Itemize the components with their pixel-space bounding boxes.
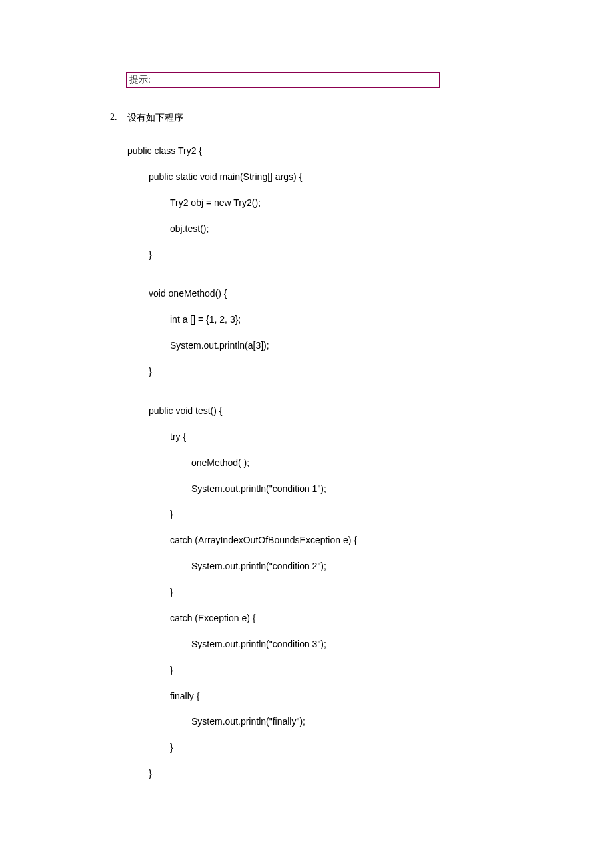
code-line: Try2 obj = new Try2(); [127, 196, 553, 211]
code-line: oneMethod( ); [127, 456, 553, 471]
code-line: System.out.println("condition 3"); [127, 637, 553, 652]
code-line: void oneMethod() { [127, 287, 553, 301]
code-line: public void test() { [127, 404, 553, 419]
code-line [127, 273, 553, 287]
code-line: public static void main(String[] args) { [127, 170, 553, 185]
code-block: public class Try2 {public static void ma… [127, 144, 553, 781]
item-text: 设有如下程序 [127, 112, 553, 124]
code-line: public class Try2 { [127, 144, 553, 159]
code-line: System.out.println("condition 1"); [127, 482, 553, 497]
code-line: try { [127, 430, 553, 445]
tip-label: 提示: [129, 75, 151, 85]
code-line: } [127, 507, 553, 522]
list-item: 2. 设有如下程序 [110, 112, 553, 124]
code-line: int a [] = {1, 2, 3}; [127, 313, 553, 327]
code-line: } [127, 248, 553, 263]
code-line: } [127, 741, 553, 755]
document-page: 提示: 2. 设有如下程序 public class Try2 {public … [0, 0, 613, 833]
code-line: } [127, 365, 553, 379]
code-line: System.out.println("finally"); [127, 715, 553, 729]
code-line: finally { [127, 689, 553, 704]
item-number: 2. [110, 112, 127, 124]
code-line: catch (Exception e) { [127, 611, 553, 626]
tip-box: 提示: [126, 72, 440, 88]
code-line [127, 391, 553, 404]
code-line: catch (ArrayIndexOutOfBoundsException e)… [127, 533, 553, 548]
code-line: obj.test(); [127, 222, 553, 237]
code-line: } [127, 767, 553, 781]
code-line: System.out.println(a[3]); [127, 339, 553, 353]
code-line: } [127, 663, 553, 678]
code-line: System.out.println("condition 2"); [127, 559, 553, 574]
code-line: } [127, 585, 553, 600]
